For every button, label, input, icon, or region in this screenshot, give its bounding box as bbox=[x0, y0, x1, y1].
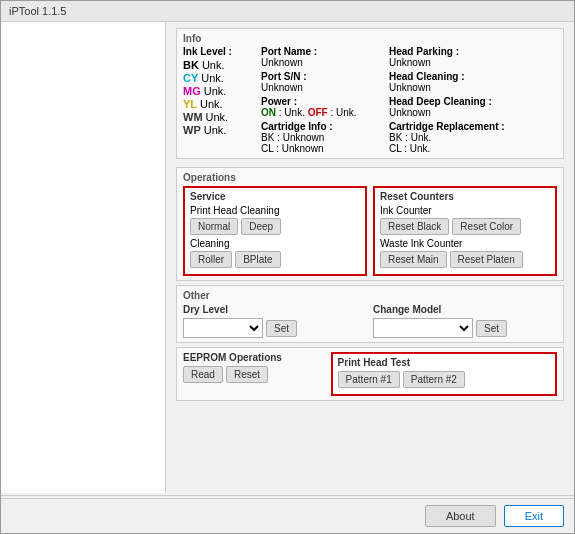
cartridge-cl: CL : Unknown bbox=[261, 143, 381, 154]
middle-info-col: Port Name : Unknown Port S/N : Unknown P… bbox=[261, 46, 381, 154]
eeprom-section: EEPROM Operations Read Reset Print Head … bbox=[176, 347, 564, 401]
print-head-test-label: Print Head Test bbox=[338, 357, 550, 368]
dry-level-label: Dry Level bbox=[183, 304, 367, 315]
cartridge-bk: BK : Unknown bbox=[261, 132, 381, 143]
print-head-cleaning-label: Print Head Cleaning bbox=[190, 205, 360, 216]
right-info-col: Head Parking : Unknown Head Cleaning : U… bbox=[389, 46, 557, 154]
window-title: iPTool 1.1.5 bbox=[9, 5, 66, 17]
pattern1-btn[interactable]: Pattern #1 bbox=[338, 371, 400, 388]
footer: About Exit bbox=[1, 498, 574, 533]
ink-wp: WP Unk. bbox=[183, 124, 253, 136]
exit-btn[interactable]: Exit bbox=[504, 505, 564, 527]
left-panel bbox=[1, 22, 166, 493]
info-label: Info bbox=[183, 33, 557, 44]
footer-separator bbox=[1, 495, 574, 496]
waste-ink-counter-label: Waste Ink Counter bbox=[380, 238, 550, 249]
deep-btn[interactable]: Deep bbox=[241, 218, 281, 235]
eeprom-label: EEPROM Operations bbox=[183, 352, 325, 363]
port-name-label: Port Name : bbox=[261, 46, 381, 57]
dry-level-row: Set bbox=[183, 318, 367, 338]
waste-ink-btns: Reset Main Reset Platen bbox=[380, 251, 550, 268]
ink-level-label: Ink Level : bbox=[183, 46, 253, 57]
change-model-row: Set bbox=[373, 318, 557, 338]
dry-level-set-btn[interactable]: Set bbox=[266, 320, 297, 337]
content-area: Info Ink Level : BK Unk. CY Unk. bbox=[1, 22, 574, 493]
title-bar: iPTool 1.1.5 bbox=[1, 1, 574, 22]
reset-color-btn[interactable]: Reset Color bbox=[452, 218, 521, 235]
other-inner: Dry Level Set Change Model bbox=[183, 304, 557, 338]
roller-btn[interactable]: Roller bbox=[190, 251, 232, 268]
bplate-btn[interactable]: BPlate bbox=[235, 251, 280, 268]
pattern2-btn[interactable]: Pattern #2 bbox=[403, 371, 465, 388]
port-sn-label: Port S/N : bbox=[261, 71, 381, 82]
eeprom-btns: Read Reset bbox=[183, 366, 325, 383]
cleaning-btns: Roller BPlate bbox=[190, 251, 360, 268]
reset-counters-group: Reset Counters Ink Counter Reset Black R… bbox=[373, 186, 557, 276]
cart-replace-cl: CL : Unk. bbox=[389, 143, 557, 154]
operations-label: Operations bbox=[183, 172, 557, 183]
eeprom-read-btn[interactable]: Read bbox=[183, 366, 223, 383]
power-label: Power : bbox=[261, 96, 381, 107]
cleaning-label: Cleaning bbox=[190, 238, 360, 249]
ink-cy: CY Unk. bbox=[183, 72, 253, 84]
head-cleaning-label: Head Cleaning : bbox=[389, 71, 557, 82]
service-group: Service Print Head Cleaning Normal Deep … bbox=[183, 186, 367, 276]
dry-level-group: Dry Level Set bbox=[183, 304, 367, 338]
service-label: Service bbox=[190, 191, 360, 202]
print-head-test-group: Print Head Test Pattern #1 Pattern #2 bbox=[331, 352, 557, 396]
print-head-test-btns: Pattern #1 Pattern #2 bbox=[338, 371, 550, 388]
port-sn-val: Unknown bbox=[261, 82, 381, 93]
change-model-set-btn[interactable]: Set bbox=[476, 320, 507, 337]
other-label: Other bbox=[183, 290, 557, 301]
operations-inner: Service Print Head Cleaning Normal Deep … bbox=[183, 186, 557, 276]
other-section: Other Dry Level Set Change Model bbox=[176, 285, 564, 343]
info-section: Info Ink Level : BK Unk. CY Unk. bbox=[176, 28, 564, 159]
reset-main-btn[interactable]: Reset Main bbox=[380, 251, 447, 268]
change-model-select[interactable] bbox=[373, 318, 473, 338]
change-model-label: Change Model bbox=[373, 304, 557, 315]
eeprom-group: EEPROM Operations Read Reset bbox=[183, 352, 325, 386]
about-btn[interactable]: About bbox=[425, 505, 496, 527]
head-deep-cleaning-val: Unknown bbox=[389, 107, 557, 118]
ink-mg: MG Unk. bbox=[183, 85, 253, 97]
ink-levels-col: Ink Level : BK Unk. CY Unk. MG Unk. bbox=[183, 46, 253, 154]
reset-platen-btn[interactable]: Reset Platen bbox=[450, 251, 523, 268]
main-window: iPTool 1.1.5 Info Ink Level : BK Unk. bbox=[0, 0, 575, 534]
right-panel: Info Ink Level : BK Unk. CY Unk. bbox=[166, 22, 574, 493]
reset-counters-label: Reset Counters bbox=[380, 191, 550, 202]
change-model-group: Change Model Set bbox=[373, 304, 557, 338]
cartridge-replacement-label: Cartridge Replacement : bbox=[389, 121, 557, 132]
cartridge-info-label: Cartridge Info : bbox=[261, 121, 381, 132]
ink-wm: WM Unk. bbox=[183, 111, 253, 123]
head-deep-cleaning-label: Head Deep Cleaning : bbox=[389, 96, 557, 107]
ink-counter-label: Ink Counter bbox=[380, 205, 550, 216]
head-parking-label: Head Parking : bbox=[389, 46, 557, 57]
head-parking-val: Unknown bbox=[389, 57, 557, 68]
reset-black-btn[interactable]: Reset Black bbox=[380, 218, 449, 235]
power-values: ON : Unk. OFF : Unk. bbox=[261, 107, 381, 118]
head-cleaning-btns: Normal Deep bbox=[190, 218, 360, 235]
ink-counter-btns: Reset Black Reset Color bbox=[380, 218, 550, 235]
cart-replace-bk: BK : Unk. bbox=[389, 132, 557, 143]
head-cleaning-val: Unknown bbox=[389, 82, 557, 93]
eeprom-reset-btn[interactable]: Reset bbox=[226, 366, 268, 383]
ink-yl: YL Unk. bbox=[183, 98, 253, 110]
ink-bk: BK Unk. bbox=[183, 59, 253, 71]
normal-btn[interactable]: Normal bbox=[190, 218, 238, 235]
operations-section: Operations Service Print Head Cleaning N… bbox=[176, 167, 564, 281]
dry-level-select[interactable] bbox=[183, 318, 263, 338]
port-name-val: Unknown bbox=[261, 57, 381, 68]
